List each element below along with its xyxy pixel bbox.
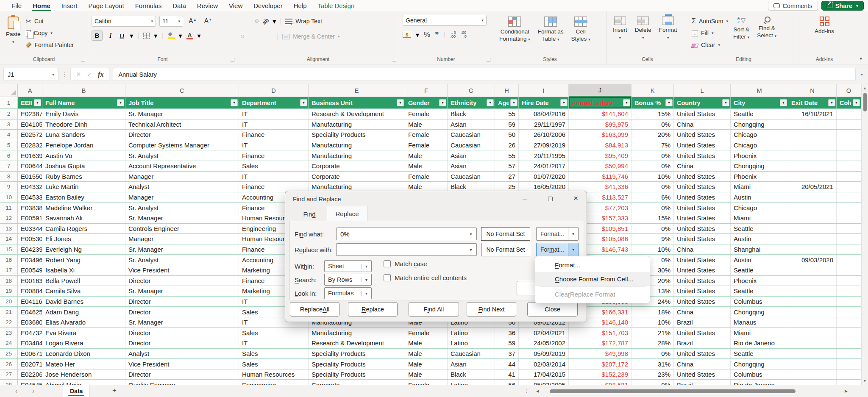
cell[interactable]: 05/03/2005 bbox=[519, 380, 569, 385]
cell[interactable]: Camila Rogers bbox=[42, 224, 125, 234]
within-select[interactable]: Sheet▾ bbox=[324, 260, 372, 272]
cell[interactable]: Brazil bbox=[674, 338, 731, 348]
cell[interactable] bbox=[837, 182, 861, 192]
cell[interactable]: 0% bbox=[632, 203, 674, 213]
cell[interactable]: 56 bbox=[495, 380, 519, 385]
cell[interactable] bbox=[837, 317, 861, 328]
filter-icon[interactable]: ▼ bbox=[780, 99, 787, 106]
cell[interactable]: Director bbox=[125, 328, 239, 338]
column-header-H[interactable]: H bbox=[495, 84, 519, 97]
cell[interactable]: 21% bbox=[632, 328, 674, 338]
cell[interactable]: Brazil bbox=[674, 380, 731, 385]
increase-indent-button[interactable] bbox=[270, 35, 273, 38]
cell[interactable] bbox=[788, 276, 837, 286]
cell[interactable] bbox=[788, 328, 837, 338]
match-case-checkbox[interactable]: Match case bbox=[384, 260, 427, 267]
cell[interactable]: Manager bbox=[125, 234, 239, 244]
table-header-eeid[interactable]: EEID▼ bbox=[18, 97, 42, 108]
row-number[interactable]: 9 bbox=[0, 182, 18, 192]
cell[interactable] bbox=[788, 172, 837, 182]
cell[interactable]: Chongqing bbox=[731, 119, 788, 130]
cell[interactable]: Joshua Gupta bbox=[42, 161, 125, 171]
cell[interactable] bbox=[837, 276, 861, 286]
cell[interactable]: Rio de Janerio bbox=[731, 380, 788, 385]
row-number[interactable]: 3 bbox=[0, 119, 18, 130]
replace-format-button[interactable]: Format...▾ bbox=[536, 243, 579, 256]
cell[interactable]: IT bbox=[239, 140, 309, 150]
cell[interactable]: Human Resources bbox=[239, 369, 309, 380]
cell[interactable]: Chongqing bbox=[731, 359, 788, 369]
cell[interactable]: Adam Dang bbox=[42, 307, 125, 317]
cell[interactable]: E04732 bbox=[18, 328, 42, 338]
table-header-department[interactable]: Department▼ bbox=[239, 97, 309, 108]
search-select[interactable]: By Rows▾ bbox=[324, 274, 372, 286]
ribbon-tab-review[interactable]: Review bbox=[192, 0, 223, 11]
cell[interactable]: Male bbox=[405, 150, 448, 161]
close-button[interactable]: Close bbox=[527, 302, 578, 316]
cell[interactable]: Camila Silva bbox=[42, 286, 125, 296]
cell[interactable]: Easton Bailey bbox=[42, 192, 125, 203]
cell[interactable]: Miami bbox=[731, 182, 788, 192]
cell[interactable]: $119,746 bbox=[569, 172, 632, 182]
filter-icon[interactable]: ▼ bbox=[665, 99, 673, 106]
row-number[interactable]: 15 bbox=[0, 244, 18, 255]
cell[interactable]: 36 bbox=[495, 328, 519, 338]
cell[interactable]: E04116 bbox=[18, 297, 42, 307]
ribbon-tab-data[interactable]: Data bbox=[167, 0, 192, 11]
cell[interactable]: 57 bbox=[495, 161, 519, 171]
cell[interactable]: Analyst bbox=[125, 182, 239, 192]
options-button-partial[interactable] bbox=[517, 281, 537, 295]
cell[interactable]: 16/10/2021 bbox=[788, 109, 837, 119]
vertical-scroll-thumb[interactable] bbox=[863, 93, 867, 111]
table-header-bonus-[interactable]: Bonus %▼ bbox=[632, 97, 674, 108]
cell[interactable]: Male bbox=[405, 349, 448, 359]
cell[interactable]: E01639 bbox=[18, 150, 42, 161]
cell[interactable]: Austin bbox=[731, 234, 788, 244]
cell[interactable]: 24/01/2017 bbox=[519, 161, 569, 171]
cell[interactable]: Director bbox=[125, 130, 239, 140]
scroll-left-icon[interactable]: ◀ bbox=[536, 389, 539, 393]
cell[interactable]: United States bbox=[674, 276, 731, 286]
borders-chevron-icon[interactable]: ▾ bbox=[154, 32, 157, 40]
cell[interactable] bbox=[837, 203, 861, 213]
cell[interactable]: Austin bbox=[731, 255, 788, 265]
cell[interactable]: 01/07/2020 bbox=[519, 172, 569, 182]
cell[interactable]: Vice President bbox=[125, 265, 239, 275]
cell[interactable]: Phoenix bbox=[731, 276, 788, 286]
cell[interactable]: Account Representative bbox=[125, 161, 239, 171]
formula-input[interactable]: Annual Salary bbox=[113, 68, 856, 81]
cell-styles-button[interactable]: CellStyles ▾ bbox=[569, 15, 593, 56]
cell[interactable] bbox=[788, 192, 837, 203]
cell[interactable]: 41 bbox=[495, 369, 519, 380]
cell[interactable]: Leonardo Dixon bbox=[42, 349, 125, 359]
cell[interactable]: 20/11/1995 bbox=[519, 150, 569, 161]
cell[interactable]: IT bbox=[239, 338, 309, 348]
formula-bar-grip[interactable]: ⋮ bbox=[62, 71, 67, 78]
cell[interactable]: E01550 bbox=[18, 172, 42, 182]
sort-filter-button[interactable]: AZ▽ Sort &Filter ▾ bbox=[731, 15, 752, 56]
cell[interactable]: Rio de Janerio bbox=[731, 338, 788, 348]
collapse-ribbon-icon[interactable]: ▾ bbox=[860, 56, 862, 61]
cell[interactable]: 15% bbox=[632, 109, 674, 119]
table-header-gender[interactable]: Gender▼ bbox=[405, 97, 448, 108]
format-painter-button[interactable]: Format Painter bbox=[26, 39, 74, 50]
cell[interactable]: 0% bbox=[632, 150, 674, 161]
cell[interactable]: 24/05/2002 bbox=[519, 338, 569, 348]
underline-chevron-icon[interactable]: ▾ bbox=[130, 32, 133, 40]
cell[interactable]: Female bbox=[405, 109, 448, 119]
cell[interactable] bbox=[788, 203, 837, 213]
menu-item-clear-replace-format[interactable]: Clear Replace Format bbox=[535, 287, 650, 301]
cell[interactable]: 0% bbox=[632, 161, 674, 171]
percent-style-icon[interactable] bbox=[424, 31, 430, 39]
borders-icon[interactable] bbox=[143, 33, 150, 39]
autosum-button[interactable]: AutoSum▾ bbox=[692, 16, 728, 27]
ribbon-tab-help[interactable]: Help bbox=[288, 0, 312, 11]
font-size-select[interactable]: 11▾ bbox=[159, 16, 183, 27]
cell[interactable]: $152,239 bbox=[569, 369, 632, 380]
table-header-business-unit[interactable]: Business Unit▼ bbox=[309, 97, 405, 108]
row-number[interactable]: 20 bbox=[0, 297, 18, 307]
cell[interactable] bbox=[837, 297, 861, 307]
cell[interactable]: Engineering bbox=[239, 380, 309, 385]
row-number[interactable]: 16 bbox=[0, 255, 18, 265]
cell[interactable]: Sales bbox=[239, 161, 309, 171]
